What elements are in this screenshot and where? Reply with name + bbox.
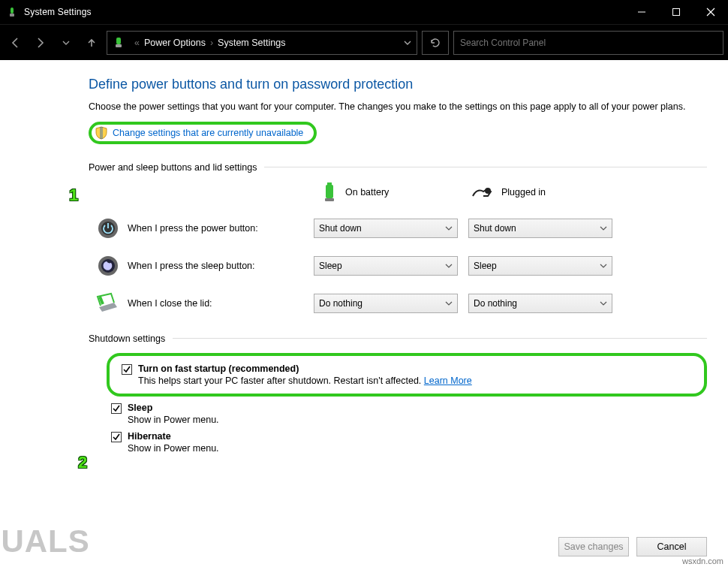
chevron-left-icon: «: [134, 38, 140, 48]
row-power-label: When I press the power button:: [128, 223, 314, 234]
chevron-down-icon: [445, 300, 453, 307]
group2-title: Shutdown settings: [89, 333, 173, 344]
nav-bar: « Power Options › System Settings: [0, 24, 728, 60]
shutdown-settings-group: Shutdown settings 2 Turn on fast startup…: [89, 333, 707, 457]
lid-battery-dropdown[interactable]: Do nothing: [314, 294, 458, 313]
chevron-down-icon: [600, 262, 607, 270]
chevron-right-icon: ›: [210, 38, 213, 48]
minimize-button[interactable]: [624, 0, 659, 24]
search-input[interactable]: [453, 31, 723, 55]
fast-startup-checkbox[interactable]: [122, 364, 132, 375]
up-button[interactable]: [81, 32, 102, 53]
divider: [173, 338, 707, 339]
sleep-button-battery-dropdown[interactable]: Sleep: [314, 256, 458, 276]
window-title: System Settings: [24, 7, 624, 17]
shield-icon: [95, 126, 108, 140]
svg-rect-1: [10, 14, 14, 17]
laptop-lid-icon: [95, 292, 121, 315]
sleep-title: Sleep: [128, 403, 152, 413]
plug-icon: [471, 185, 494, 200]
svg-rect-3: [673, 9, 680, 16]
power-button-icon: [97, 217, 119, 240]
watermark: A PUALS: [0, 523, 90, 559]
page-heading: Define power buttons and turn on passwor…: [89, 77, 707, 92]
svg-rect-0: [11, 8, 14, 14]
title-bar: System Settings: [0, 0, 728, 24]
group1-title: Power and sleep buttons and lid settings: [89, 162, 264, 173]
column-on-battery: On battery: [321, 182, 471, 203]
svg-rect-6: [116, 38, 121, 44]
intro-text: Choose the power settings that you want …: [89, 100, 689, 114]
content-area: Define power buttons and turn on passwor…: [0, 60, 728, 567]
source-label: wsxdn.com: [682, 556, 723, 565]
forward-button[interactable]: [30, 32, 51, 53]
svg-point-11: [485, 188, 491, 194]
address-bar[interactable]: « Power Options › System Settings: [107, 31, 417, 55]
close-button[interactable]: [693, 0, 728, 24]
hibernate-checkbox[interactable]: [111, 432, 122, 442]
chevron-down-icon[interactable]: [403, 38, 412, 47]
breadcrumb-system-settings[interactable]: System Settings: [218, 38, 285, 48]
sleep-button-icon: [97, 255, 119, 277]
power-button-battery-dropdown[interactable]: Shut down: [314, 219, 458, 238]
row-close-lid: When I close the lid: Do nothing Do noth…: [89, 287, 707, 320]
fast-startup-item: Turn on fast startup (recommended) This …: [117, 360, 696, 389]
recent-dropdown-button[interactable]: [56, 32, 77, 53]
svg-rect-10: [325, 198, 334, 201]
hibernate-title: Hibernate: [128, 431, 171, 442]
app-icon: [6, 6, 18, 18]
svg-rect-7: [116, 44, 122, 47]
divider: [264, 167, 707, 167]
sleep-item: Sleep Show in Power menu.: [107, 400, 707, 428]
column-plugged-in: Plugged in: [471, 185, 621, 200]
row-sleep-button: When I press the sleep button: Sleep Sle…: [89, 249, 707, 282]
svg-rect-9: [327, 182, 332, 185]
chevron-down-icon: [600, 300, 607, 307]
power-options-icon: [112, 36, 125, 50]
row-power-button: When I press the power button: Shut down…: [89, 212, 707, 245]
chevron-down-icon: [600, 225, 607, 232]
learn-more-link[interactable]: Learn More: [424, 375, 472, 386]
maximize-button[interactable]: [659, 0, 693, 24]
fast-startup-desc: This helps start your PC faster after sh…: [138, 375, 424, 386]
power-sleep-group: Power and sleep buttons and lid settings…: [89, 162, 707, 320]
refresh-button[interactable]: [422, 31, 449, 55]
cancel-button[interactable]: Cancel: [636, 537, 707, 556]
lid-plugged-dropdown[interactable]: Do nothing: [468, 294, 612, 313]
sleep-desc: Show in Power menu.: [128, 415, 219, 425]
hibernate-item: Hibernate Show in Power menu.: [107, 428, 707, 457]
back-button[interactable]: [5, 32, 26, 53]
footer-buttons: Save changes Cancel: [558, 537, 707, 556]
row-sleep-label: When I press the sleep button:: [128, 261, 314, 271]
hibernate-desc: Show in Power menu.: [128, 443, 219, 454]
sleep-checkbox[interactable]: [111, 403, 122, 414]
power-button-plugged-dropdown[interactable]: Shut down: [468, 219, 612, 238]
sleep-button-plugged-dropdown[interactable]: Sleep: [468, 256, 612, 276]
chevron-down-icon: [445, 262, 453, 270]
battery-icon: [321, 182, 338, 203]
fast-startup-highlight: Turn on fast startup (recommended) This …: [107, 353, 707, 397]
change-settings-link-highlight: Change settings that are currently unava…: [89, 122, 317, 144]
annotation-badge-1: 1: [63, 185, 84, 206]
annotation-badge-2: 2: [72, 452, 93, 473]
breadcrumb-power-options[interactable]: Power Options: [144, 38, 206, 48]
fast-startup-title: Turn on fast startup (recommended): [138, 363, 299, 374]
svg-rect-8: [326, 185, 333, 198]
row-lid-label: When I close the lid:: [128, 298, 314, 309]
change-settings-link[interactable]: Change settings that are currently unava…: [113, 128, 303, 138]
chevron-down-icon: [445, 225, 453, 232]
save-changes-button[interactable]: Save changes: [558, 537, 629, 556]
